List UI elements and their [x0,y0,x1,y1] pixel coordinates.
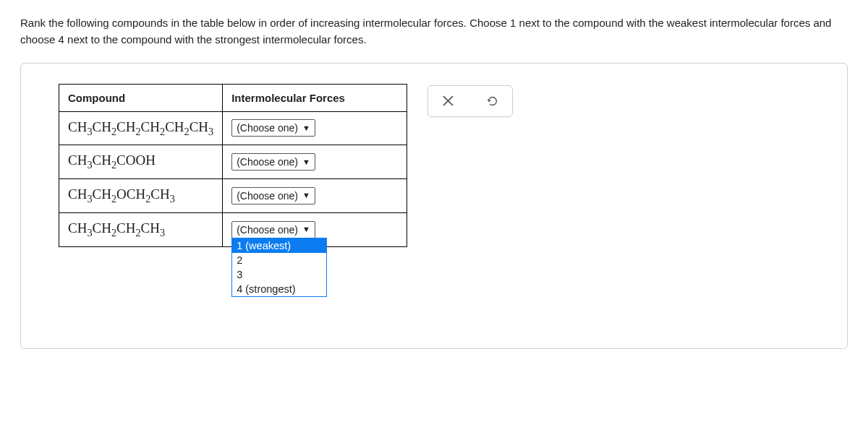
close-icon [443,95,454,106]
table-row: CH3CH2OCH2CH3 (Choose one) ▼ [59,179,407,213]
question-text: Rank the following compounds in the tabl… [20,14,848,48]
undo-icon [486,95,499,108]
table-row: CH3CH2COOH (Choose one) ▼ [59,145,407,179]
rank-option[interactable]: 4 (strongest) [232,282,326,296]
rank-select[interactable]: (Choose one) ▼ [231,187,315,204]
header-compound: Compound [59,84,223,111]
rank-option[interactable]: 3 [232,267,326,282]
rank-option[interactable]: 2 [232,253,326,267]
chevron-down-icon: ▼ [302,225,310,233]
rank-select-label: (Choose one) [237,122,298,134]
rank-select[interactable]: (Choose one) ▼ [231,221,315,238]
rank-select-label: (Choose one) [237,224,298,236]
rank-option[interactable]: 1 (weakest) [232,238,326,253]
header-forces: Intermolecular Forces [223,84,407,111]
rank-select[interactable]: (Choose one) ▼ [231,119,315,137]
action-bar [427,85,513,117]
table-row: CH3CH2CH2CH3 (Choose one) ▼ 1 (weakest) … [59,212,407,246]
reset-button[interactable] [485,93,501,109]
clear-button[interactable] [440,93,456,109]
compound-formula: CH3CH2CH2CH2CH2CH3 [68,119,213,134]
chevron-down-icon: ▼ [302,158,310,166]
compound-table: Compound Intermolecular Forces CH3CH2CH2… [59,84,407,247]
answer-panel: Compound Intermolecular Forces CH3CH2CH2… [20,63,848,349]
table-row: CH3CH2CH2CH2CH2CH3 (Choose one) ▼ [59,111,407,145]
rank-select-label: (Choose one) [237,190,298,202]
compound-formula: CH3CH2OCH2CH3 [68,186,175,202]
compound-formula: CH3CH2COOH [68,152,156,168]
chevron-down-icon: ▼ [302,191,310,199]
rank-dropdown-list: 1 (weakest) 2 3 4 (strongest) [231,238,327,297]
compound-formula: CH3CH2CH2CH3 [68,220,165,236]
chevron-down-icon: ▼ [302,124,310,132]
rank-select[interactable]: (Choose one) ▼ [231,153,315,171]
rank-select-label: (Choose one) [237,156,298,168]
